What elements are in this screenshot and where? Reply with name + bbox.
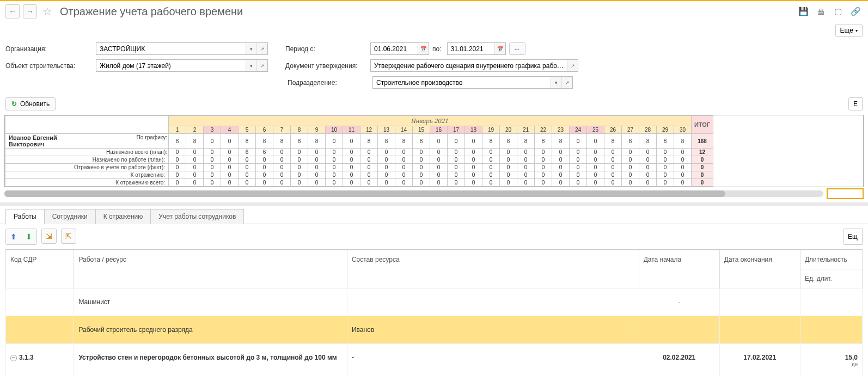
- grid-cell[interactable]: 0: [326, 156, 343, 164]
- save-icon[interactable]: 💾: [797, 5, 809, 17]
- grid-cell[interactable]: 0: [308, 164, 326, 171]
- grid-cell[interactable]: 0: [378, 156, 395, 164]
- lower-more-button[interactable]: Ещ: [843, 229, 863, 245]
- grid-cell[interactable]: 0: [570, 171, 587, 179]
- grid-cell[interactable]: 0: [326, 164, 343, 171]
- grid-cell[interactable]: 0: [221, 164, 239, 171]
- grid-cell[interactable]: 0: [465, 156, 482, 164]
- grid-cell[interactable]: 0: [674, 171, 692, 179]
- grid-cell[interactable]: 0: [291, 179, 308, 187]
- grid-cell[interactable]: 0: [395, 149, 413, 156]
- grid-cell[interactable]: 0: [500, 164, 517, 171]
- table-row[interactable]: Машинист-: [6, 288, 863, 316]
- tab-Сотрудники[interactable]: Сотрудники: [44, 209, 96, 224]
- grid-cell[interactable]: 8: [552, 134, 570, 149]
- grid-cell[interactable]: 8: [308, 134, 326, 149]
- grid-cell[interactable]: 0: [657, 179, 674, 187]
- expand-button[interactable]: ⇲: [41, 229, 57, 244]
- grid-cell[interactable]: 0: [413, 156, 430, 164]
- grid-cell[interactable]: 0: [604, 164, 622, 171]
- grid-cell[interactable]: 0: [517, 179, 535, 187]
- grid-cell[interactable]: 0: [273, 156, 291, 164]
- col-duration[interactable]: Длительность: [800, 250, 862, 269]
- grid-cell[interactable]: 0: [448, 171, 465, 179]
- grid-cell[interactable]: 0: [273, 171, 291, 179]
- grid-cell[interactable]: 8: [657, 134, 674, 149]
- grid-cell[interactable]: 0: [639, 171, 657, 179]
- grid-cell[interactable]: 8: [395, 134, 413, 149]
- col-date-end[interactable]: Дата окончания: [719, 250, 800, 288]
- grid-cell[interactable]: 0: [570, 134, 587, 149]
- grid-cell[interactable]: 8: [413, 134, 430, 149]
- col-resource[interactable]: Состав ресурса: [347, 250, 639, 288]
- grid-cell[interactable]: 0: [448, 149, 465, 156]
- grid-cell[interactable]: 0: [360, 156, 378, 164]
- tab-К отражению[interactable]: К отражению: [95, 209, 151, 224]
- grid-cell[interactable]: 0: [657, 149, 674, 156]
- works-table[interactable]: Код СДРРабота / ресурсСостав ресурсаДата…: [5, 250, 863, 376]
- grid-cell[interactable]: 0: [343, 156, 360, 164]
- refresh-button[interactable]: ↻ Обновить: [5, 97, 56, 110]
- grid-cell[interactable]: 0: [169, 149, 186, 156]
- grid-cell[interactable]: 0: [482, 179, 500, 187]
- grid-cell[interactable]: 0: [186, 156, 204, 164]
- grid-cell[interactable]: 0: [465, 149, 482, 156]
- grid-cell[interactable]: 0: [204, 156, 221, 164]
- grid-cell[interactable]: 8: [622, 134, 639, 149]
- grid-hscroll[interactable]: [4, 190, 823, 197]
- move-up-button[interactable]: ⬆: [6, 229, 21, 244]
- link-icon[interactable]: 🔗: [849, 5, 861, 17]
- nav-forward-button[interactable]: →: [23, 4, 37, 19]
- grid-cell[interactable]: 0: [360, 171, 378, 179]
- nav-back-button[interactable]: ←: [5, 4, 20, 19]
- grid-cell[interactable]: 0: [343, 164, 360, 171]
- grid-cell[interactable]: 0: [395, 179, 413, 187]
- grid-cell[interactable]: 0: [535, 171, 552, 179]
- grid-cell[interactable]: 0: [465, 164, 482, 171]
- table-row[interactable]: Рабочий строитель среднего разрядаИванов…: [6, 316, 863, 344]
- grid-cell[interactable]: 0: [378, 149, 395, 156]
- grid-cell[interactable]: 0: [465, 179, 482, 187]
- grid-cell[interactable]: 0: [378, 179, 395, 187]
- grid-cell[interactable]: 0: [221, 179, 239, 187]
- grid-cell[interactable]: 0: [552, 171, 570, 179]
- grid-cell[interactable]: 0: [204, 134, 221, 149]
- grid-cell[interactable]: 0: [570, 164, 587, 171]
- grid-cell[interactable]: 0: [639, 179, 657, 187]
- grid-cell[interactable]: 0: [639, 149, 657, 156]
- grid-cell[interactable]: 0: [239, 156, 256, 164]
- grid-cell[interactable]: 8: [273, 134, 291, 149]
- obj-open-button[interactable]: ↗: [256, 60, 267, 71]
- obj-dropdown-button[interactable]: ▾: [246, 60, 256, 71]
- grid-cell[interactable]: 0: [343, 134, 360, 149]
- grid-cell[interactable]: 0: [674, 179, 692, 187]
- grid-cell[interactable]: 0: [535, 164, 552, 171]
- grid-cell[interactable]: 0: [604, 156, 622, 164]
- grid-cell[interactable]: 8: [169, 134, 186, 149]
- grid-cell[interactable]: 0: [604, 149, 622, 156]
- grid-cell[interactable]: 0: [587, 156, 604, 164]
- grid-cell[interactable]: 0: [343, 149, 360, 156]
- grid-cell[interactable]: 0: [448, 134, 465, 149]
- grid-cell[interactable]: 0: [639, 164, 657, 171]
- grid-cell[interactable]: 0: [500, 171, 517, 179]
- grid-cell[interactable]: 0: [186, 179, 204, 187]
- report-icon[interactable]: ▢: [832, 5, 844, 17]
- dept-open-button[interactable]: ↗: [561, 77, 572, 88]
- grid-cell[interactable]: 0: [448, 179, 465, 187]
- tab-Работы[interactable]: Работы: [5, 209, 45, 224]
- grid-cell[interactable]: 0: [343, 179, 360, 187]
- org-open-button[interactable]: ↗: [256, 43, 267, 54]
- collapse-button[interactable]: ⇱: [61, 229, 76, 244]
- grid-cell[interactable]: 0: [482, 171, 500, 179]
- grid-cell[interactable]: 8: [639, 134, 657, 149]
- grid-cell[interactable]: 0: [517, 164, 535, 171]
- grid-cell[interactable]: 0: [221, 149, 239, 156]
- grid-cell[interactable]: 0: [587, 134, 604, 149]
- grid-cell[interactable]: 0: [500, 156, 517, 164]
- grid-cell[interactable]: 0: [657, 156, 674, 164]
- grid-cell[interactable]: 0: [326, 171, 343, 179]
- grid-cell[interactable]: 0: [587, 149, 604, 156]
- grid-cell[interactable]: 0: [343, 171, 360, 179]
- dept-dropdown-button[interactable]: ▾: [551, 77, 561, 88]
